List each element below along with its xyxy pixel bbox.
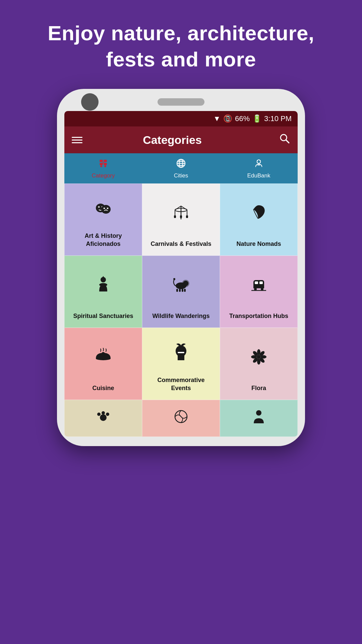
- svg-rect-39: [180, 215, 182, 218]
- carnivals-label: Carnivals & Festivals: [150, 240, 211, 248]
- svg-rect-49: [182, 289, 183, 292]
- svg-rect-54: [259, 281, 263, 284]
- commemorative-label: Commemorative Events: [147, 376, 215, 392]
- page-title: Categories: [66, 133, 279, 147]
- category-grid: Art & History Aficionados: [64, 183, 298, 400]
- wildlife-icon: [171, 262, 191, 308]
- svg-point-61: [102, 352, 105, 354]
- art-history-icon: [93, 190, 113, 227]
- svg-point-46: [183, 281, 188, 286]
- cuisine-icon: [93, 334, 113, 380]
- front-camera: [81, 93, 99, 111]
- category-wildlife[interactable]: Wildlife Wanderings: [142, 256, 220, 328]
- battery-percent: 66%: [235, 114, 250, 123]
- svg-point-6: [100, 165, 102, 167]
- svg-rect-2: [100, 160, 103, 162]
- person-icon: [250, 408, 267, 428]
- category-person[interactable]: [220, 400, 298, 437]
- svg-point-19: [259, 160, 260, 161]
- category-tab-label: Category: [92, 172, 115, 179]
- ball-icon: [173, 408, 189, 428]
- spiritual-icon: [93, 262, 113, 308]
- wildlife-label: Wildlife Wanderings: [152, 312, 209, 320]
- svg-point-74: [102, 411, 105, 415]
- nature-label: Nature Nomads: [236, 240, 281, 248]
- category-transport[interactable]: Transportation Hubs: [220, 256, 298, 328]
- transport-icon: [249, 262, 269, 308]
- edubank-tab-icon: [253, 158, 264, 171]
- svg-point-73: [97, 413, 101, 416]
- carnivals-icon: [171, 190, 191, 235]
- svg-rect-37: [174, 215, 176, 218]
- svg-point-26: [102, 206, 110, 213]
- phone-screen: ▼ 📵 66% 🔋 3:10 PM Categories: [64, 111, 298, 437]
- art-history-label: Art & History Aficionados: [69, 232, 137, 248]
- speaker: [158, 98, 204, 106]
- svg-rect-55: [253, 286, 264, 288]
- svg-rect-3: [104, 160, 107, 162]
- status-icons: ▼ 📵 66% 🔋 3:10 PM: [213, 114, 292, 123]
- svg-rect-50: [184, 289, 186, 292]
- svg-line-1: [286, 140, 289, 143]
- commemorative-icon: [171, 334, 191, 372]
- transport-label: Transportation Hubs: [229, 312, 288, 320]
- nav-tabs: Category Cities: [64, 153, 298, 183]
- cities-tab-icon: [176, 158, 186, 171]
- svg-line-32: [181, 206, 187, 210]
- category-nature[interactable]: Nature Nomads: [220, 183, 298, 256]
- svg-point-7: [104, 165, 106, 167]
- spiritual-label: Spiritual Sanctuaries: [73, 312, 133, 320]
- battery-icon: 🔋: [252, 114, 261, 123]
- svg-point-77: [256, 410, 261, 416]
- clock: 3:10 PM: [264, 114, 292, 123]
- svg-rect-48: [179, 289, 181, 292]
- svg-rect-38: [186, 215, 188, 218]
- category-art-history[interactable]: Art & History Aficionados: [64, 183, 142, 256]
- svg-rect-47: [176, 289, 178, 292]
- category-commemorative[interactable]: Commemorative Events: [142, 328, 220, 400]
- phone-hardware-top: [64, 98, 298, 106]
- cuisine-label: Cuisine: [92, 384, 114, 392]
- svg-rect-62: [178, 352, 184, 353]
- nature-icon: [249, 190, 269, 235]
- flora-icon: [249, 334, 269, 380]
- svg-point-72: [100, 414, 107, 421]
- flora-label: Flora: [251, 384, 266, 392]
- category-spiritual[interactable]: Spiritual Sanctuaries: [64, 256, 142, 328]
- category-carnivals[interactable]: Carnivals & Festivals: [142, 183, 220, 256]
- svg-point-18: [257, 160, 258, 161]
- hero-tagline: Enjoy nature, architecture, fests and mo…: [0, 0, 362, 89]
- tab-cities[interactable]: Cities: [142, 153, 220, 183]
- app-bar: Categories: [64, 126, 298, 153]
- tab-edubank[interactable]: EduBank: [220, 153, 298, 183]
- svg-point-75: [106, 413, 109, 416]
- svg-point-23: [98, 206, 100, 208]
- search-button[interactable]: [279, 133, 290, 147]
- wifi-icon: ▼: [213, 114, 221, 123]
- tab-category[interactable]: Category: [64, 153, 142, 183]
- partial-row: [64, 400, 298, 437]
- svg-line-31: [175, 206, 181, 210]
- category-ball[interactable]: [142, 400, 220, 437]
- paw-icon: [95, 408, 112, 428]
- category-paw[interactable]: [64, 400, 142, 437]
- svg-rect-53: [255, 281, 258, 284]
- category-tab-icon: [98, 158, 109, 171]
- svg-point-51: [173, 278, 175, 280]
- phone-device: ▼ 📵 66% 🔋 3:10 PM Categories: [57, 89, 305, 446]
- svg-rect-20: [257, 164, 260, 165]
- category-cuisine[interactable]: Cuisine: [64, 328, 142, 400]
- category-flora[interactable]: Flora: [220, 328, 298, 400]
- svg-point-41: [99, 283, 107, 286]
- svg-point-28: [107, 208, 109, 209]
- edubank-tab-label: EduBank: [247, 172, 270, 179]
- cities-tab-label: Cities: [174, 172, 188, 179]
- svg-point-27: [104, 208, 105, 209]
- signal-icon: 📵: [223, 114, 232, 123]
- status-bar: ▼ 📵 66% 🔋 3:10 PM: [64, 111, 298, 126]
- svg-marker-42: [102, 276, 105, 278]
